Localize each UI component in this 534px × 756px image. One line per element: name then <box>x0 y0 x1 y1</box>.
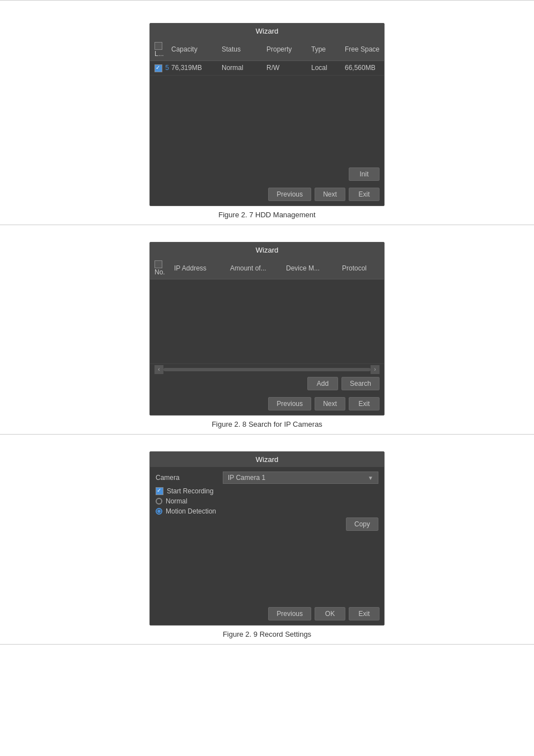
ip-add-search-row: Add Search <box>150 375 384 393</box>
ip-scroll-area: ‹ › <box>150 363 384 375</box>
hdd-header-checkbox[interactable] <box>154 42 162 50</box>
hdd-row-property: R/W <box>266 64 311 72</box>
record-copy-button[interactable]: Copy <box>346 517 378 531</box>
hdd-table-row: 5 76,319MB Normal R/W Local 66,560MB <box>150 61 384 76</box>
page-container: Wizard L... Capacity Status Property Typ… <box>0 0 534 645</box>
ip-search-button[interactable]: Search <box>341 377 380 390</box>
motion-detection-row: Motion Detection <box>156 507 378 515</box>
hdd-col-capacity: Capacity <box>171 45 222 53</box>
record-ok-button[interactable]: OK <box>315 607 345 620</box>
figure3-caption: Figure 2. 9 Record Settings <box>223 630 311 638</box>
motion-detection-label: Motion Detection <box>166 507 216 515</box>
scroll-track[interactable] <box>163 368 371 371</box>
record-exit-button[interactable]: Exit <box>349 607 380 620</box>
ip-add-button[interactable]: Add <box>307 377 338 390</box>
figure1-caption: Figure 2. 7 HDD Management <box>218 211 315 219</box>
record-form: Camera IP Camera 1 ▼ Start Recording Nor… <box>150 467 384 535</box>
camera-dropdown[interactable]: IP Camera 1 ▼ <box>223 472 378 484</box>
normal-radio[interactable] <box>156 498 162 505</box>
hdd-row-freespace: 66,560MB <box>345 64 385 72</box>
normal-label: Normal <box>166 497 188 505</box>
camera-label: Camera <box>156 474 223 482</box>
start-recording-row: Start Recording <box>156 487 378 495</box>
hdd-wizard-titlebar: Wizard <box>150 24 384 39</box>
start-recording-checkbox[interactable] <box>156 487 163 495</box>
hdd-col-status: Status <box>222 45 266 53</box>
ip-wizard-dialog: Wizard No. IP Address Amount of... Devic… <box>149 242 385 416</box>
scroll-left-arrow[interactable]: ‹ <box>154 365 163 374</box>
top-divider <box>0 0 534 1</box>
record-wizard-title: Wizard <box>256 455 278 464</box>
hdd-previous-button[interactable]: Previous <box>268 188 311 201</box>
record-wizard-dialog: Wizard Camera IP Camera 1 ▼ Start Record… <box>149 451 385 626</box>
ip-col-no-cell: No. <box>154 260 174 277</box>
camera-dropdown-arrow: ▼ <box>368 475 373 481</box>
section-hdd: Wizard L... Capacity Status Property Typ… <box>0 12 534 225</box>
hdd-wizard-title: Wizard <box>256 27 278 35</box>
hdd-row-checkbox-cell[interactable]: 5 <box>154 64 171 72</box>
hdd-col-checkbox: L... <box>154 41 171 58</box>
ip-col-no: No. <box>154 268 165 276</box>
section-record: Wizard Camera IP Camera 1 ▼ Start Record… <box>0 440 534 645</box>
hdd-col-type: Type <box>311 45 345 53</box>
hdd-bottom-btn-row: Previous Next Exit <box>150 183 384 206</box>
hdd-row-no: 5 <box>165 64 169 72</box>
start-recording-label: Start Recording <box>167 487 213 495</box>
ip-wizard-titlebar: Wizard <box>150 242 384 258</box>
camera-value: IP Camera 1 <box>228 474 265 482</box>
section-ip-camera: Wizard No. IP Address Amount of... Devic… <box>0 231 534 435</box>
scroll-right-arrow[interactable]: › <box>371 365 380 374</box>
ip-previous-button[interactable]: Previous <box>268 397 311 410</box>
hdd-col-property: Property <box>266 45 311 53</box>
normal-row: Normal <box>156 497 378 505</box>
ip-empty-area <box>150 279 384 363</box>
record-wizard-titlebar: Wizard <box>150 452 384 467</box>
hdd-row-checkbox[interactable] <box>154 64 162 72</box>
hdd-col-l: L... <box>154 50 164 58</box>
hdd-col-freespace: Free Space <box>345 45 385 53</box>
hdd-exit-button[interactable]: Exit <box>349 188 380 201</box>
hdd-row-status: Normal <box>222 64 266 72</box>
ip-exit-button[interactable]: Exit <box>349 397 380 410</box>
hdd-table-header: L... Capacity Status Property Type Free … <box>150 39 384 61</box>
ip-next-button[interactable]: Next <box>315 397 345 410</box>
hdd-next-button[interactable]: Next <box>315 188 345 201</box>
ip-bottom-btn-row: Previous Next Exit <box>150 393 384 415</box>
ip-col-protocol: Protocol <box>342 264 385 272</box>
motion-detection-radio[interactable] <box>156 508 162 515</box>
ip-header-checkbox[interactable] <box>154 260 162 268</box>
record-bottom-btn-row: Previous OK Exit <box>150 603 384 625</box>
hdd-row-type: Local <box>311 64 345 72</box>
ip-table-header: No. IP Address Amount of... Device M... … <box>150 258 384 280</box>
ip-col-address: IP Address <box>174 264 230 272</box>
hdd-empty-area <box>150 76 384 165</box>
camera-row: Camera IP Camera 1 ▼ <box>156 472 378 484</box>
ip-col-device: Device M... <box>286 264 342 272</box>
ip-wizard-title: Wizard <box>256 246 278 254</box>
record-previous-button[interactable]: Previous <box>268 607 311 620</box>
ip-col-amount: Amount of... <box>230 264 286 272</box>
hdd-row-capacity: 76,319MB <box>171 64 222 72</box>
record-empty-area <box>150 535 384 603</box>
hdd-init-button[interactable]: Init <box>349 167 380 181</box>
figure2-caption: Figure 2. 8 Search for IP Cameras <box>212 420 322 428</box>
hdd-wizard-dialog: Wizard L... Capacity Status Property Typ… <box>149 23 385 206</box>
hdd-init-btn-row: Init <box>150 165 384 183</box>
